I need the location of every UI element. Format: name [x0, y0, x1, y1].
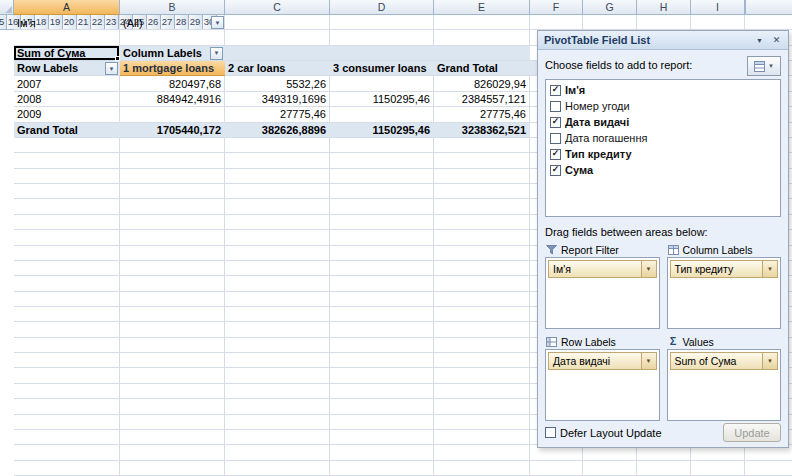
pivot-row-label-cell[interactable]: 2007 — [14, 76, 120, 91]
field-pill-report-filter[interactable]: Ім'я ▼ — [548, 260, 657, 278]
field-list-layout-button[interactable]: ▼ — [747, 56, 781, 76]
pivot-value-cell[interactable] — [330, 107, 434, 122]
column-header[interactable]: I — [691, 0, 745, 15]
values-dropzone[interactable]: Sum of Сума ▼ — [667, 349, 782, 421]
filter-field-cell[interactable]: Ім'я — [14, 15, 120, 30]
pivot-value-cell[interactable]: 826029,94 — [434, 76, 530, 91]
row-labels-dropzone[interactable]: Дата видачі ▼ — [545, 349, 660, 421]
area-label: Row Labels — [561, 336, 616, 348]
pill-dropdown-button[interactable]: ▼ — [641, 261, 656, 277]
pivot-header-empty-cell[interactable] — [434, 46, 530, 61]
pivot-value-header-cell[interactable]: Sum of Сума — [14, 46, 120, 61]
pivot-value-cell[interactable]: 820497,68 — [120, 76, 225, 91]
field-pill-column-labels[interactable]: Тип кредиту ▼ — [670, 260, 779, 278]
fields-list: ✓ Ім'я Номер угоди ✓ — [545, 79, 781, 217]
column-header[interactable]: F — [530, 0, 583, 15]
column-header[interactable]: A — [14, 0, 120, 15]
field-label: Тип кредиту — [565, 148, 632, 160]
column-labels-dropdown-button[interactable]: ▼ — [210, 47, 223, 60]
pivot-row-labels-cell[interactable]: Row Labels ▼ — [14, 61, 120, 76]
column-labels-text: Column Labels — [123, 47, 202, 59]
column-labels-icon — [667, 245, 680, 255]
area-report-filter: Report Filter Ім'я ▼ — [545, 243, 660, 329]
filter-dropdown-button[interactable]: ▼ — [211, 16, 224, 29]
field-item[interactable]: ✓ Сума — [547, 162, 779, 178]
pivot-value-cell[interactable] — [330, 76, 434, 91]
column-header[interactable]: D — [330, 0, 434, 15]
update-button[interactable]: Update — [723, 423, 781, 442]
area-values: Σ Values Sum of Сума ▼ — [667, 335, 782, 421]
pivot-value-cell[interactable]: 5532,26 — [225, 76, 330, 91]
column-header[interactable]: B — [120, 0, 225, 15]
excel-window: A B C D E F G H I 1 — [0, 0, 792, 476]
pane-options-button[interactable]: ▼ — [752, 33, 767, 47]
field-checkbox[interactable]: ✓ — [550, 149, 561, 160]
filter-value-cell[interactable]: (All) ▼ — [120, 15, 225, 30]
pivot-header-empty-cell[interactable] — [225, 46, 330, 61]
pivot-value-cell[interactable]: 27775,46 — [225, 107, 330, 122]
pane-title-bar[interactable]: PivotTable Field List ▼ ✕ — [538, 31, 788, 50]
pane-close-button[interactable]: ✕ — [769, 33, 784, 47]
column-header[interactable]: H — [637, 0, 691, 15]
field-pill-values[interactable]: Sum of Сума ▼ — [670, 352, 779, 370]
column-header-filler — [746, 0, 792, 15]
pivot-column-header-cell[interactable]: 1 mortgage loans — [120, 61, 226, 76]
field-checkbox[interactable]: ✓ — [550, 165, 561, 176]
column-labels-dropzone[interactable]: Тип кредиту ▼ — [667, 257, 782, 329]
pane-title: PivotTable Field List — [544, 34, 650, 46]
pivot-row-label-cell[interactable]: 2009 — [14, 107, 120, 122]
pivot-grand-total-label-cell[interactable]: Grand Total — [14, 123, 120, 138]
pivot-grand-total-cell[interactable]: 3238362,521 — [434, 123, 530, 138]
pivot-column-labels-cell[interactable]: Column Labels ▼ — [120, 46, 225, 61]
column-header[interactable]: C — [225, 0, 330, 15]
pivot-table: Sum of Сума Column Labels ▼ Row Labels ▼… — [14, 46, 530, 138]
field-label: Ім'я — [565, 84, 585, 96]
row-labels-dropdown-button[interactable]: ▼ — [105, 62, 118, 75]
area-label: Report Filter — [561, 244, 619, 256]
column-header[interactable]: E — [434, 0, 530, 15]
pivot-column-header-cell[interactable]: Grand Total — [434, 61, 538, 76]
field-pill-row-labels[interactable]: Дата видачі ▼ — [548, 352, 657, 370]
field-checkbox[interactable] — [550, 133, 561, 144]
field-checkbox[interactable] — [550, 101, 561, 112]
row-headers: 1 2 3 4 5 6 7 8 9 10 11 12 — [0, 15, 14, 30]
dropdown-icon: ▼ — [646, 266, 652, 272]
pivot-grand-total-cell[interactable]: 1150295,46 — [330, 123, 434, 138]
pivot-row-label-cell[interactable]: 2008 — [14, 92, 120, 107]
column-headers: A B C D E F G H I — [14, 0, 792, 15]
report-filter-dropzone[interactable]: Ім'я ▼ — [545, 257, 660, 329]
pivot-value-cell[interactable] — [120, 107, 225, 122]
check-icon: ✓ — [552, 85, 560, 94]
area-label: Column Labels — [683, 244, 753, 256]
field-item[interactable]: ✓ Дата видачі — [547, 114, 779, 130]
pivot-value-cell[interactable]: 1150295,46 — [330, 92, 434, 107]
pill-label: Дата видачі — [549, 355, 641, 367]
row-labels-icon — [545, 337, 558, 347]
pivot-grand-total-cell[interactable]: 382626,8896 — [225, 123, 330, 138]
pill-dropdown-button[interactable]: ▼ — [762, 261, 777, 277]
pill-dropdown-button[interactable]: ▼ — [762, 353, 777, 369]
field-checkbox[interactable]: ✓ — [550, 85, 561, 96]
check-icon: ✓ — [552, 165, 560, 174]
row-labels-text: Row Labels — [17, 62, 78, 74]
pill-dropdown-button[interactable]: ▼ — [641, 353, 656, 369]
defer-layout-checkbox[interactable] — [545, 427, 556, 438]
sigma-icon: Σ — [667, 336, 680, 347]
field-item[interactable]: ✓ Ім'я — [547, 82, 779, 98]
field-item[interactable]: Дата погашення — [547, 130, 779, 146]
pivot-value-cell[interactable]: 27775,46 — [434, 107, 530, 122]
column-header[interactable]: G — [583, 0, 637, 15]
pivot-value-cell[interactable]: 884942,4916 — [120, 92, 225, 107]
pivot-column-header-cell[interactable]: 2 car loans — [225, 61, 330, 76]
pivot-column-header-cell[interactable]: 3 consumer loans — [330, 61, 435, 76]
field-label: Номер угоди — [565, 100, 630, 112]
field-item[interactable]: Номер угоди — [547, 98, 779, 114]
field-item[interactable]: ✓ Тип кредиту — [547, 146, 779, 162]
pivot-value-cell[interactable]: 2384557,121 — [434, 92, 530, 107]
pivot-header-empty-cell[interactable] — [330, 46, 434, 61]
pivot-value-cell[interactable]: 349319,1696 — [225, 92, 330, 107]
field-checkbox[interactable]: ✓ — [550, 117, 561, 128]
pivot-grand-total-cell[interactable]: 1705440,172 — [120, 123, 225, 138]
area-column-labels: Column Labels Тип кредиту ▼ — [667, 243, 782, 329]
select-all-corner[interactable] — [0, 0, 14, 15]
